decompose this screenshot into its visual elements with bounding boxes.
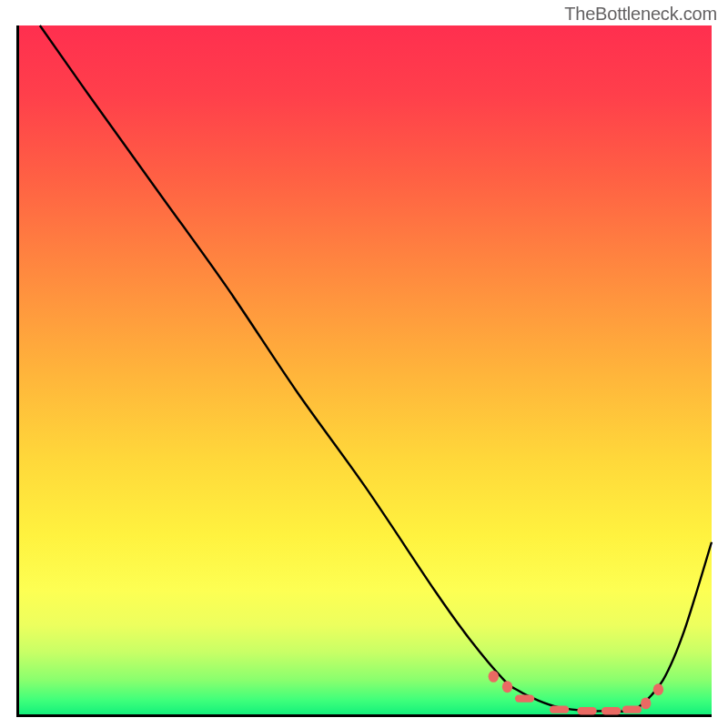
bottleneck-curve-line xyxy=(40,25,712,712)
curve-marker xyxy=(515,694,534,702)
curve-markers xyxy=(489,671,664,714)
chart-plot-area xyxy=(16,25,712,717)
bottleneck-curve-svg xyxy=(19,25,712,714)
curve-marker xyxy=(602,707,621,714)
curve-marker xyxy=(502,681,512,693)
curve-marker xyxy=(577,707,596,714)
curve-marker xyxy=(653,683,663,695)
watermark-text: TheBottleneck.com xyxy=(564,4,717,25)
curve-marker xyxy=(550,706,569,713)
curve-marker xyxy=(641,697,651,709)
curve-marker xyxy=(489,671,499,682)
curve-marker xyxy=(622,706,642,713)
